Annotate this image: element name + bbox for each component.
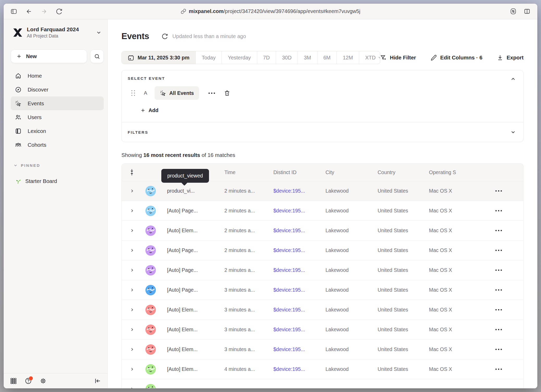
header-country[interactable]: Country [370, 169, 421, 175]
new-button[interactable]: New [11, 50, 87, 63]
sidebar-item-users[interactable]: Users [11, 110, 104, 124]
row-expand-chevron-icon[interactable] [130, 189, 134, 193]
settings-gear-icon[interactable] [40, 377, 47, 384]
browser-sidebar-toggle-icon[interactable] [10, 8, 17, 15]
help-button[interactable] [25, 377, 32, 384]
filters-section: FILTERS [122, 123, 523, 142]
row-more-button[interactable] [493, 326, 523, 333]
back-icon[interactable] [26, 8, 32, 15]
sidebar-item-events[interactable]: Events [11, 96, 104, 110]
table-row[interactable]: [Auto] Elem... 3 minutes a... $device:19… [122, 300, 523, 320]
apps-grid-icon[interactable] [10, 377, 17, 384]
distinct-id-link[interactable]: $device:195... [266, 287, 318, 293]
distinct-id-link[interactable]: $device:195... [266, 188, 318, 194]
expand-section-chevron-down-icon[interactable] [510, 129, 516, 135]
preset-yesterday[interactable]: Yesterday [222, 51, 257, 64]
sidebar-item-starter-board[interactable]: Starter Board [11, 174, 104, 188]
table-row[interactable]: product_vi... 2 minutes a... $device:195… [122, 181, 523, 201]
header-os[interactable]: Operating S [421, 169, 482, 175]
sidebar-item-discover[interactable]: Discover [11, 83, 104, 96]
preset-today[interactable]: Today [195, 51, 222, 64]
event-name[interactable]: [Auto] Elem... [159, 346, 217, 352]
table-row[interactable]: [Auto] Elem... 4 minutes a... $device:19… [122, 359, 523, 379]
search-button[interactable] [90, 50, 104, 63]
drag-handle-icon[interactable] [131, 90, 135, 96]
sidebar-item-home[interactable]: Home [11, 69, 104, 83]
refresh-icon[interactable] [162, 33, 168, 40]
row-more-button[interactable] [493, 366, 523, 372]
distinct-id-link[interactable]: $device:195... [266, 346, 318, 352]
pinned-section-header[interactable]: PINNED [11, 163, 104, 168]
table-row[interactable]: [Auto] Page... 2 minutes a... $device:19… [122, 201, 523, 220]
collapse-section-chevron-up-icon[interactable] [510, 76, 516, 82]
page-settings-icon[interactable] [510, 8, 517, 15]
edit-columns-button[interactable]: Edit Columns · 6 [431, 54, 482, 61]
preset-xtd[interactable]: XTD [359, 51, 380, 64]
distinct-id-link[interactable]: $device:195... [266, 267, 318, 273]
row-expand-chevron-icon[interactable] [130, 387, 134, 388]
header-city[interactable]: City [318, 169, 370, 175]
row-expand-chevron-icon[interactable] [130, 367, 134, 371]
preset-3m[interactable]: 3M [298, 51, 317, 64]
row-expand-chevron-icon[interactable] [130, 268, 134, 272]
row-more-button[interactable] [493, 287, 523, 293]
event-name[interactable]: [Auto] Elem... [159, 366, 217, 372]
date-picker-button[interactable]: Mar 11, 2025 3:30 pm [122, 51, 195, 64]
row-more-button[interactable] [493, 307, 523, 313]
distinct-id-link[interactable]: $device:195... [266, 327, 318, 333]
table-row[interactable]: [Auto] Elem... 3 minutes a... $device:19… [122, 339, 523, 359]
sidebar-item-cohorts[interactable]: Cohorts [11, 138, 104, 152]
row-expand-chevron-icon[interactable] [130, 209, 134, 213]
event-name[interactable]: [Auto] Elem... [159, 307, 217, 313]
event-name[interactable]: [Auto] Page... [159, 267, 217, 273]
event-name[interactable]: [Auto] Page... [159, 208, 217, 214]
row-more-button[interactable] [493, 207, 523, 214]
distinct-id-link[interactable]: $device:195... [266, 228, 318, 234]
sort-icon[interactable] [129, 168, 134, 176]
table-row[interactable]: [Auto] Elem... 3 minutes a... $device:19… [122, 320, 523, 339]
distinct-id-link[interactable]: $device:195... [266, 366, 318, 372]
project-switcher[interactable]: Lord Farquaad 2024 All Project Data [11, 26, 104, 39]
reload-icon[interactable] [56, 8, 63, 15]
all-events-chip[interactable]: All Events [155, 86, 199, 100]
distinct-id-link[interactable]: $device:195... [266, 247, 318, 253]
header-distinct-id[interactable]: Distinct ID [266, 169, 318, 175]
row-more-button[interactable] [493, 346, 523, 353]
row-expand-chevron-icon[interactable] [130, 288, 134, 292]
table-row[interactable]: [Auto] Elem... 2 minutes a... $device:19… [122, 220, 523, 240]
row-expand-chevron-icon[interactable] [130, 228, 134, 233]
row-expand-chevron-icon[interactable] [130, 308, 134, 312]
row-more-button[interactable] [493, 227, 523, 234]
preset-12m[interactable]: 12M [336, 51, 359, 64]
collapse-sidebar-icon[interactable] [94, 377, 101, 384]
table-row[interactable]: [Auto] Page... 3 minutes a... $device:19… [122, 280, 523, 300]
trash-icon[interactable] [224, 90, 230, 96]
event-name[interactable]: [Auto] Page... [159, 287, 217, 293]
row-more-button[interactable] [493, 188, 523, 194]
add-event-button[interactable]: Add [140, 105, 158, 115]
row-expand-chevron-icon[interactable] [130, 327, 134, 332]
row-expand-chevron-icon[interactable] [130, 248, 134, 253]
row-expand-chevron-icon[interactable] [130, 347, 134, 352]
export-button[interactable]: Export [497, 54, 524, 61]
table-row[interactable]: [Auto] Page... 2 minutes a... $device:19… [122, 260, 523, 280]
event-name[interactable]: product_vi... [159, 188, 217, 194]
event-name[interactable]: [Auto] Elem... [159, 327, 217, 333]
sidebar-item-lexicon[interactable]: Lexicon [11, 124, 104, 138]
distinct-id-link[interactable]: $device:195... [266, 208, 318, 214]
address-bar[interactable]: mixpanel.com/project/3472420/view/397469… [181, 8, 360, 14]
table-row[interactable]: [Auto] Page... 2 minutes a... $device:19… [122, 240, 523, 260]
distinct-id-link[interactable]: $device:195... [266, 307, 318, 313]
header-time[interactable]: Time [217, 169, 266, 175]
event-name[interactable]: [Auto] Page... [159, 247, 217, 253]
preset-6m[interactable]: 6M [317, 51, 337, 64]
split-view-icon[interactable] [524, 8, 531, 15]
row-more-button[interactable] [493, 247, 523, 254]
event-name[interactable]: [Auto] Elem... [159, 228, 217, 234]
clause-more-button[interactable] [206, 90, 217, 96]
hide-filter-button[interactable]: Hide Filter [380, 54, 416, 61]
row-more-button[interactable] [493, 267, 523, 273]
table-row[interactable] [122, 379, 523, 388]
preset-30d[interactable]: 30D [276, 51, 298, 64]
preset-7d[interactable]: 7D [257, 51, 276, 64]
